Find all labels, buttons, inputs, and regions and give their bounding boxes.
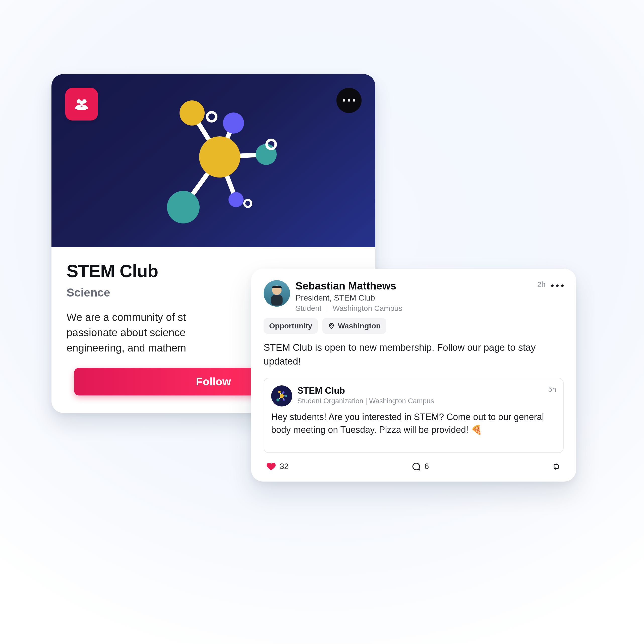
quoted-name: STEM Club [297, 385, 543, 396]
quoted-who: STEM Club Student Organization | Washing… [297, 385, 543, 405]
meta-separator: | [324, 304, 331, 312]
svg-rect-19 [271, 295, 282, 306]
chip-opportunity[interactable]: Opportunity [264, 318, 318, 334]
like-button[interactable]: 32 [266, 461, 289, 472]
author-role: Student [296, 304, 321, 312]
svg-point-16 [244, 200, 251, 207]
repost-button[interactable] [551, 461, 561, 472]
svg-point-9 [180, 100, 205, 126]
post-time: 2h [537, 280, 546, 289]
svg-point-13 [167, 191, 200, 223]
svg-point-30 [283, 399, 285, 401]
comment-count: 6 [424, 462, 429, 471]
meta-separator: | [365, 397, 369, 405]
post-actions: 32 6 [264, 460, 564, 472]
chips: Opportunity Washington [264, 318, 564, 334]
quoted-time: 5h [548, 385, 556, 393]
svg-point-10 [223, 112, 244, 134]
svg-point-12 [228, 192, 244, 207]
author-name[interactable]: Sebastian Matthews [296, 280, 532, 292]
svg-point-29 [285, 395, 287, 397]
feed-post-card: Sebastian Matthews President, STEM Club … [251, 269, 576, 482]
quoted-body: Hey students! Are you interested in STEM… [271, 411, 556, 436]
author-meta: Student | Washington Campus [296, 304, 532, 313]
post-right: 2h [537, 280, 564, 289]
quoted-post-card[interactable]: STEM Club Student Organization | Washing… [264, 378, 564, 453]
author-location: Washington Campus [333, 304, 402, 312]
pin-icon [328, 322, 335, 329]
svg-point-27 [278, 391, 281, 393]
comment-button[interactable]: 6 [411, 461, 429, 472]
quoted-subtitle-right: Washington Campus [369, 397, 434, 405]
svg-point-26 [280, 394, 284, 398]
svg-point-8 [199, 136, 240, 178]
quoted-avatar [271, 385, 292, 406]
stage: STEM Club Science We are a community of … [0, 0, 644, 644]
svg-point-20 [330, 324, 332, 326]
post-header: Sebastian Matthews President, STEM Club … [264, 280, 564, 313]
molecule-illustration [51, 74, 375, 247]
chip-label: Washington [338, 322, 381, 330]
more-icon [551, 284, 564, 287]
svg-point-14 [207, 112, 216, 121]
svg-point-28 [282, 391, 284, 393]
comment-icon [411, 461, 421, 472]
svg-point-31 [276, 398, 279, 401]
quoted-subtitle-left: Student Organization [297, 397, 363, 405]
author-avatar[interactable] [264, 280, 290, 307]
chip-label: Opportunity [269, 322, 312, 330]
quoted-post-header: STEM Club Student Organization | Washing… [271, 385, 556, 406]
chip-location[interactable]: Washington [322, 318, 386, 334]
repost-icon [551, 461, 561, 472]
heart-icon [266, 461, 276, 472]
like-count: 32 [280, 462, 289, 471]
post-who: Sebastian Matthews President, STEM Club … [296, 280, 532, 313]
club-hero [51, 74, 375, 247]
author-title: President, STEM Club [296, 293, 532, 303]
post-body: STEM Club is open to new membership. Fol… [264, 341, 564, 368]
quoted-subtitle: Student Organization | Washington Campus [297, 397, 543, 405]
post-more-button[interactable] [551, 280, 564, 289]
